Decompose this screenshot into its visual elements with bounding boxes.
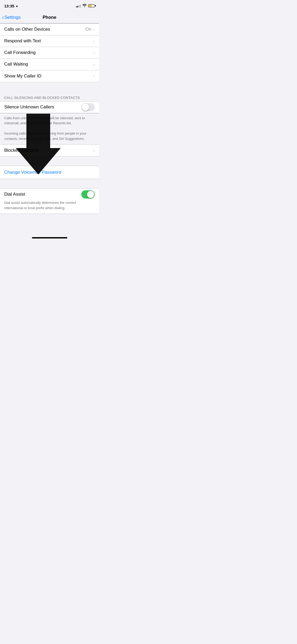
signal-bar-2: [77, 6, 78, 7]
silence-desc-1: Calls from unknown numbers will be silen…: [4, 116, 95, 126]
toggle-thumb: [82, 104, 89, 111]
group-spacer-3: [0, 179, 99, 188]
group-spacer-4: [0, 214, 99, 235]
wifi-icon: [82, 4, 87, 8]
dial-assist-label: Dial Assist: [4, 192, 25, 197]
dial-assist-toggle[interactable]: [81, 190, 95, 199]
show-caller-id-label: Show My Caller ID: [4, 73, 93, 79]
dial-assist-toggle-thumb: [87, 191, 94, 198]
location-icon: ▲: [15, 4, 18, 7]
change-voicemail-password-button[interactable]: Change Voicemail Password: [4, 170, 61, 175]
silence-list-group: Silence Unknown Callers: [0, 101, 99, 113]
call-forwarding-chevron: ›: [93, 50, 95, 55]
home-bar: [32, 237, 67, 238]
group-spacer-1: [0, 82, 99, 91]
call-forwarding-item[interactable]: Call Forwarding ›: [0, 47, 99, 59]
show-caller-id-item[interactable]: Show My Caller ID ›: [0, 70, 99, 82]
battery-icon: [88, 4, 95, 7]
back-button[interactable]: ‹ Settings: [2, 14, 21, 20]
home-indicator: [0, 235, 99, 240]
call-forwarding-label: Call Forwarding: [4, 50, 93, 55]
calls-other-devices-label: Calls on Other Devices: [4, 27, 85, 32]
back-chevron-icon: ‹: [2, 14, 4, 20]
respond-text-chevron: ›: [93, 39, 95, 43]
status-time: 13:35 ▲: [4, 4, 18, 8]
blocked-contacts-chevron: ›: [93, 148, 95, 153]
calls-other-devices-item[interactable]: Calls on Other Devices On ›: [0, 24, 99, 35]
respond-text-label: Respond with Text: [4, 38, 93, 44]
call-waiting-chevron: ›: [93, 62, 95, 67]
calls-list-group: Calls on Other Devices On › Respond with…: [0, 24, 99, 82]
status-icons: [76, 4, 95, 8]
dial-assist-description: Dial assist automatically determines the…: [0, 200, 99, 214]
time-display: 13:35: [4, 4, 14, 8]
silence-unknown-callers-toggle[interactable]: [81, 103, 95, 111]
call-waiting-item[interactable]: Call Waiting ›: [0, 59, 99, 70]
signal-bar-3: [79, 5, 79, 7]
call-waiting-label: Call Waiting: [4, 62, 93, 67]
calls-other-devices-value: On: [85, 27, 91, 32]
blocked-contacts-label: Blocked Contacts: [4, 148, 93, 153]
signal-bars: [76, 4, 81, 7]
show-caller-id-chevron: ›: [93, 74, 95, 78]
page-title: Phone: [43, 15, 56, 20]
status-bar: 13:35 ▲: [0, 0, 99, 12]
blocked-contacts-item[interactable]: Blocked Contacts ›: [0, 145, 99, 156]
dial-assist-row[interactable]: Dial Assist: [0, 188, 99, 200]
battery-fill: [89, 5, 92, 7]
silence-desc-2: Incoming calls will continue to ring fro…: [4, 131, 95, 141]
silence-unknown-callers-label: Silence Unknown Callers: [4, 104, 81, 110]
nav-bar: ‹ Settings Phone: [0, 12, 99, 23]
silence-unknown-callers-item[interactable]: Silence Unknown Callers: [0, 102, 99, 113]
dial-assist-section: Dial Assist Dial assist automatically de…: [0, 188, 99, 214]
respond-text-item[interactable]: Respond with Text ›: [0, 35, 99, 47]
signal-bar-4: [80, 5, 81, 7]
calls-other-devices-chevron: ›: [93, 27, 95, 32]
call-silencing-header: CALL SILENCING AND BLOCKED CONTACTS: [0, 91, 99, 101]
group-spacer-2: [0, 157, 99, 166]
silence-description: Calls from unknown numbers will be silen…: [0, 113, 99, 145]
back-label: Settings: [4, 15, 21, 20]
voicemail-section[interactable]: Change Voicemail Password: [0, 166, 99, 179]
signal-bar-1: [76, 6, 77, 7]
blocked-contacts-group: Blocked Contacts ›: [0, 144, 99, 157]
